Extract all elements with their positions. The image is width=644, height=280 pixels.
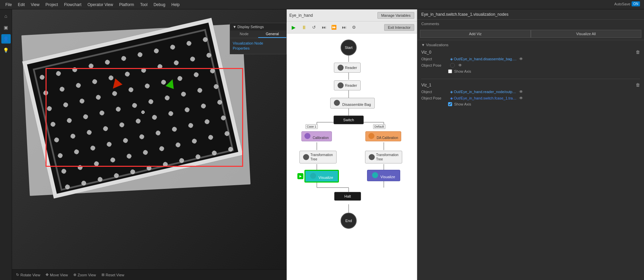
right-panel-header: Eye_in_hand.switch.fcase_1.visualization… [417, 9, 644, 20]
comments-label: Comments [417, 20, 644, 28]
menu-file[interactable]: File [3, 2, 14, 8]
node-calibration[interactable]: Calibration [301, 131, 332, 141]
viz-divider [421, 79, 640, 79]
node-transformation-tree2[interactable]: TransformationTree [365, 151, 402, 163]
play-button[interactable]: ▶ [289, 23, 298, 31]
viz1-pose-value[interactable]: ◈ Out/Eye_in_hand.switch.fcase_1.transfo… [450, 96, 517, 100]
viz0-pose-empty [450, 63, 455, 68]
viz0-pose-eye-icon[interactable]: 👁 [458, 63, 462, 68]
display-settings-panel: ▼ Display Settings Node General Visualiz… [230, 23, 287, 54]
menu-operator-view[interactable]: Operator View [85, 2, 116, 8]
menubar: File Edit View Project Flowchart Operato… [0, 0, 644, 9]
reader1-label: Reader [345, 66, 357, 70]
settings-button[interactable]: ⚙ [350, 23, 358, 31]
reader2-icon [338, 82, 344, 88]
viz0-pose-row: Object Pose 👁 [421, 63, 640, 68]
viz1-pose-row: Object Pose ◈ Out/Eye_in_hand.switch.fca… [421, 96, 640, 100]
menu-view[interactable]: View [28, 2, 42, 8]
viz0-object-eye-icon[interactable]: 👁 [519, 57, 523, 61]
menu-tool[interactable]: Tool [137, 2, 150, 8]
sidebar-person-icon[interactable]: 👤 [1, 34, 11, 44]
reader1-icon [338, 65, 344, 71]
sidebar-monitor-icon[interactable]: ▣ [1, 23, 11, 32]
viz1-pose-eye-icon[interactable]: 👁 [519, 96, 523, 100]
sidebar-home-icon[interactable]: ⌂ [1, 11, 11, 21]
visualize-all-button[interactable]: Visualize All [531, 30, 642, 38]
viz1-object-value[interactable]: ◈ Out/Eye_in_hand.reader_node/outputMi..… [450, 90, 517, 94]
display-settings-header[interactable]: ▼ Display Settings [230, 23, 286, 30]
viz1-object-label: Object [421, 90, 448, 94]
add-viz-button[interactable]: Add Viz [420, 30, 531, 38]
menu-debug[interactable]: Debug [151, 2, 168, 8]
menu-platform[interactable]: Platform [117, 2, 137, 8]
viz1-showaxis-row: Show Axis [421, 102, 640, 106]
node-end[interactable]: End [341, 213, 357, 229]
refresh-button[interactable]: ↺ [309, 23, 318, 31]
flowchart-panel: Eye_in_hand Manage Variables ▶ ⏸ ↺ ⏭ ⏩ ⏭… [287, 9, 417, 280]
viz-node-properties-link[interactable]: Visualization NodeProperties [230, 38, 286, 54]
viz-section-label: ▼ Visualizations [421, 43, 448, 47]
disassemble-icon [334, 100, 340, 106]
flowchart-canvas[interactable]: Start Reader Reader Disass [287, 33, 417, 280]
menu-flowchart[interactable]: Flowchart [61, 2, 84, 8]
ttree1-icon [303, 154, 309, 160]
reset-icon: ⊞ [101, 273, 104, 277]
viz1-showaxis-checkbox[interactable] [448, 102, 452, 106]
menu-help[interactable]: Help [169, 2, 183, 8]
pause-button[interactable]: ⏸ [299, 23, 308, 31]
viz-section-header: ▼ Visualizations [421, 43, 640, 47]
step-forward-button[interactable]: ⏭ [319, 23, 328, 31]
manage-variables-button[interactable]: Manage Variables [377, 12, 414, 19]
right-panel-buttons: Add Viz Visualize All [417, 28, 644, 40]
viz0-delete-icon[interactable]: 🗑 [636, 50, 640, 55]
autosave-area: AutoSave ON [614, 1, 640, 6]
fast-forward-button[interactable]: ⏩ [330, 23, 338, 31]
autosave-badge: ON [632, 1, 640, 6]
node-visualize1[interactable]: ▶ Visualize [297, 170, 339, 183]
viz0-object-row: Object ◈ Out/Eye_in_hand.disassemble_bag… [421, 57, 640, 61]
viz1-pose-label: Object Pose [421, 96, 448, 100]
skip-button[interactable]: ⏭ [340, 23, 348, 31]
menu-edit[interactable]: Edit [15, 2, 27, 8]
viz-section: ▼ Visualizations Viz_0 🗑 Object ◈ Out/Ey… [417, 40, 644, 114]
menu-project[interactable]: Project [43, 2, 61, 8]
viz1-object-eye-icon[interactable]: 👁 [519, 89, 523, 94]
node-disassemble[interactable]: Disassemble Bag [330, 98, 375, 109]
node-reader1[interactable]: Reader [334, 63, 361, 73]
viz0-object-value[interactable]: ◈ Out/Eye_in_hand.disassemble_bag.node..… [450, 57, 517, 61]
end-label: End [341, 213, 357, 229]
tab-node[interactable]: Node [230, 30, 258, 38]
exit-interactor-button[interactable]: Exit Interactor [384, 24, 414, 31]
viewport-toolbar: ↻ Rotate View ✥ Move View ⊕ Zoom View ⊞ … [12, 269, 287, 280]
sidebar-bulb-icon[interactable]: 💡 [1, 46, 11, 55]
node-visualize2[interactable]: Visualize [367, 170, 400, 181]
node-da-calibration[interactable]: DA Calibration [365, 131, 401, 141]
ttree2-icon [369, 154, 375, 160]
zoom-view-label: Zoom View [78, 273, 96, 277]
tab-general[interactable]: General [258, 30, 286, 38]
zoom-icon: ⊕ [73, 273, 76, 277]
zoom-view-btn[interactable]: ⊕ Zoom View [73, 273, 96, 277]
calibration-icon [304, 133, 310, 139]
node-reader2[interactable]: Reader [334, 80, 361, 90]
node-start[interactable]: Start [341, 40, 357, 56]
move-view-btn[interactable]: ✥ Move View [46, 273, 68, 277]
node-halt[interactable]: Halt [334, 192, 361, 201]
viz1-delete-icon[interactable]: 🗑 [636, 82, 640, 87]
flowchart-toolbar: ▶ ⏸ ↺ ⏭ ⏩ ⏭ ⚙ Exit Interactor [287, 21, 417, 33]
reset-view-btn[interactable]: ⊞ Reset View [101, 273, 124, 277]
viz0-object-label: Object [421, 57, 448, 61]
rotate-view-label: Rotate View [20, 273, 40, 277]
move-view-label: Move View [50, 273, 68, 277]
node-transformation-tree1[interactable]: TransformationTree [299, 151, 337, 163]
rotate-view-btn[interactable]: ↻ Rotate View [16, 273, 40, 277]
viz1-title: Viz_1 🗑 [421, 82, 640, 87]
node-switch[interactable]: Switch [334, 116, 364, 124]
ttree2-label: TransformationTree [376, 153, 399, 161]
halt-label: Halt [334, 192, 361, 201]
visualize1-play-icon: ▶ [297, 173, 303, 179]
display-settings-tabs: Node General [230, 30, 286, 38]
reset-view-label: Reset View [106, 273, 124, 277]
viz0-showaxis-checkbox[interactable] [448, 69, 452, 73]
center-dot [141, 111, 145, 114]
